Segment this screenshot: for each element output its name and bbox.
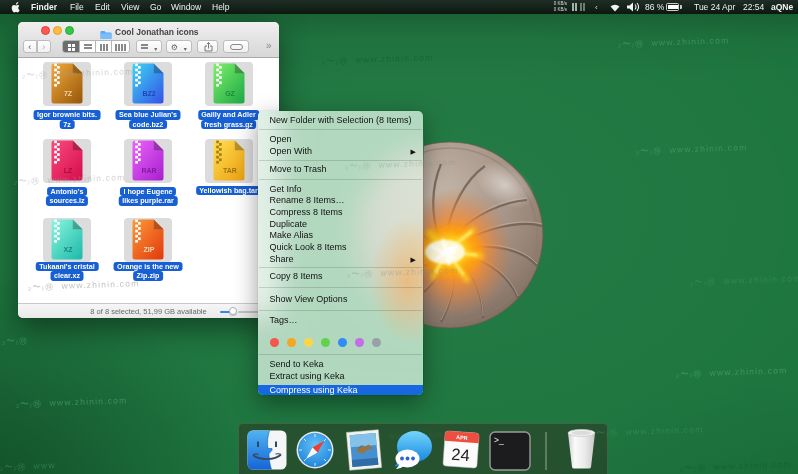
svg-text:TAR: TAR [223,167,237,174]
svg-text:BZ2: BZ2 [142,90,155,97]
svg-text:LZ: LZ [64,167,73,174]
svg-text:>_: >_ [494,435,504,445]
svg-text:ZIP: ZIP [144,246,155,253]
svg-text:GZ: GZ [225,90,235,97]
svg-text:24: 24 [451,445,471,464]
svg-text:7Z: 7Z [64,90,73,97]
svg-text:XZ: XZ [64,246,74,253]
svg-text:RAR: RAR [141,167,156,174]
